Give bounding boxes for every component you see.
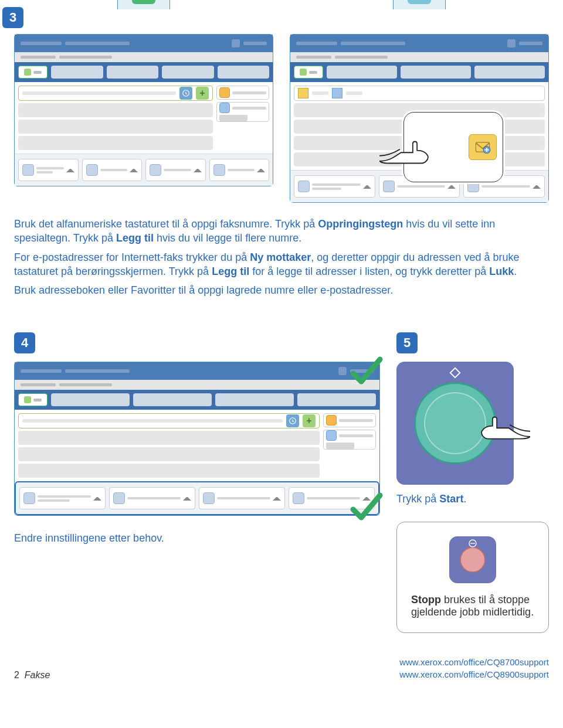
list-item [18, 136, 213, 150]
app-tab-internet-fax [393, 0, 446, 9]
hand-icon [466, 403, 530, 444]
add-button[interactable]: + [196, 87, 209, 100]
doc-title: Fakse [25, 670, 50, 680]
addressbook-icon [332, 88, 342, 98]
term-start: Start [439, 493, 463, 505]
bottom-bar-highlighted [15, 481, 379, 515]
step-5-badge: 5 [396, 332, 418, 353]
support-url-2: www.xerox.com/office/CQ8900support [399, 669, 549, 681]
recipient-row[interactable] [294, 86, 545, 101]
hand-icon [379, 129, 444, 166]
list-item [18, 464, 320, 478]
subbar [290, 52, 548, 62]
tab-active[interactable] [18, 66, 48, 79]
screen-left-col: + [14, 5, 273, 186]
internet-fax-icon [408, 0, 431, 4]
page-number: 2 [14, 670, 19, 680]
tab-active[interactable] [18, 393, 48, 406]
bb-item[interactable] [19, 487, 106, 509]
text: Trykk på [396, 493, 439, 505]
titlebar [15, 362, 379, 380]
number-input-row[interactable]: + [18, 413, 320, 428]
text: Bruk adresseboken eller Favoritter til å… [14, 283, 549, 297]
text: for å legge til adresser i listen, og tr… [249, 266, 489, 277]
step3-instruction: Bruk det alfanumeriske tastaturet til å … [14, 217, 549, 297]
bb-item[interactable] [82, 159, 143, 181]
side-btn-fav[interactable] [323, 413, 376, 427]
screen-fax: + [14, 34, 273, 186]
tabsrow [15, 390, 379, 410]
new-recipient-icon [298, 88, 308, 98]
titlebar [15, 35, 273, 52]
bb-item[interactable] [18, 159, 79, 181]
bb-item[interactable] [209, 159, 270, 181]
start-top-icon [449, 366, 462, 382]
step5-col: 5 Trykk på Start. [396, 332, 549, 633]
tab4[interactable] [215, 393, 294, 406]
tabsrow [290, 62, 548, 82]
text: . [463, 493, 466, 505]
number-input-row[interactable]: + [18, 86, 213, 101]
step3-row: + [14, 5, 549, 203]
side-btn-addr[interactable] [216, 102, 269, 122]
tab4[interactable] [474, 66, 545, 79]
step4-caption: Endre innstillingene etter behov. [14, 532, 380, 545]
page-footer-right: www.xerox.com/office/CQ8700support www.x… [399, 656, 549, 681]
side-btn-addr[interactable] [323, 430, 376, 450]
subbar [15, 52, 273, 62]
term-dialchar: Oppringingstegn [318, 218, 403, 230]
app-tab-fax [117, 0, 170, 9]
side-btn-fav[interactable] [216, 86, 269, 100]
term-close: Lukk [489, 266, 514, 277]
footer: 2 Fakse www.xerox.com/office/CQ8700suppo… [14, 656, 549, 681]
fax-icon [132, 0, 155, 4]
svg-marker-9 [450, 368, 460, 378]
text: hvis du vil legge til flere numre. [154, 232, 301, 244]
bb-item[interactable] [109, 487, 195, 509]
list-area: + [18, 413, 320, 478]
stop-frame: Stopp brukes til å stoppe gjeldende jobb… [396, 522, 549, 633]
list-item [18, 431, 320, 445]
stop-button-wrap [449, 536, 496, 583]
list-item [18, 447, 320, 461]
dial-char-icon[interactable] [286, 414, 299, 427]
bb-item[interactable] [199, 487, 285, 509]
stop-caption: Stopp brukes til å stoppe gjeldende jobb… [411, 594, 534, 618]
text: . [514, 266, 517, 277]
titlebar [290, 35, 548, 52]
term-newrecipient: Ny mottaker [250, 251, 311, 263]
start-button-block [396, 362, 514, 485]
step5-caption: Trykk på Start. [396, 493, 549, 505]
tab2[interactable] [51, 393, 130, 406]
tab2[interactable] [327, 66, 397, 79]
tab3[interactable] [107, 66, 159, 79]
steps-4-5-row: 4 [14, 332, 549, 633]
term-add2: Legg til [212, 266, 249, 277]
tab4[interactable] [162, 66, 214, 79]
list-item [18, 103, 213, 117]
bottom-bar [15, 154, 273, 186]
dial-char-icon[interactable] [179, 87, 192, 100]
tab-active[interactable] [294, 66, 323, 79]
tab2[interactable] [51, 66, 103, 79]
bb-item[interactable] [294, 175, 375, 198]
tab5[interactable] [218, 66, 270, 79]
page-footer-left: 2 Fakse [14, 670, 50, 681]
bb-item[interactable] [289, 487, 375, 509]
list-item [18, 120, 213, 134]
stop-top-icon [468, 539, 477, 550]
new-recipient-button[interactable] [469, 134, 497, 160]
support-url-1: www.xerox.com/office/CQ8700support [399, 656, 549, 668]
tabsrow [15, 62, 273, 82]
text: Bruk det alfanumeriske tastaturet til å … [14, 218, 318, 230]
bb-item[interactable] [145, 159, 206, 181]
side-buttons [323, 413, 376, 478]
tab3[interactable] [401, 66, 471, 79]
tab5[interactable] [297, 393, 376, 406]
screen-step4: + [14, 362, 380, 516]
stop-button[interactable] [460, 547, 486, 573]
side-buttons [216, 86, 269, 150]
add-button[interactable]: + [303, 414, 316, 427]
step-4-badge: 4 [14, 332, 35, 353]
tab3[interactable] [133, 393, 212, 406]
